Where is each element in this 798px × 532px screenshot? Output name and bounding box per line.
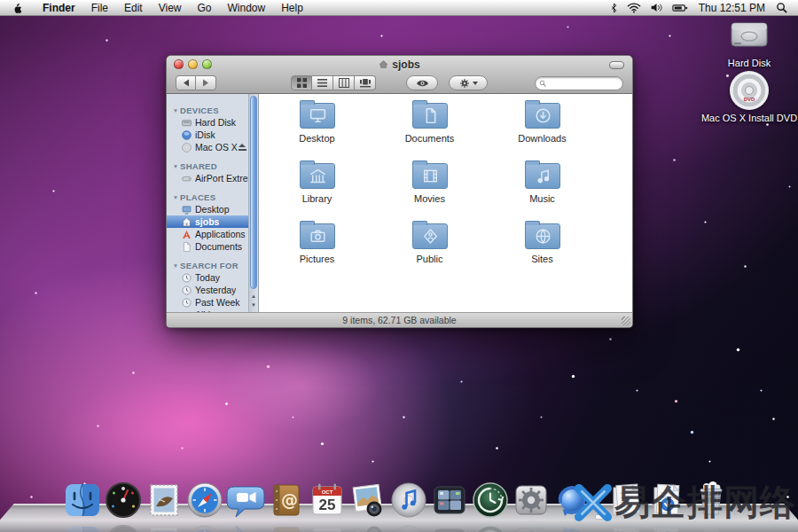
- dock-icon-trash[interactable]: [688, 480, 734, 520]
- dock-icon-dashboard[interactable]: [103, 480, 144, 520]
- svg-text:OCT: OCT: [322, 489, 333, 495]
- sidebar-row[interactable]: ▼Desktop: [167, 203, 248, 215]
- sidebar-row[interactable]: ▼Documents: [167, 240, 248, 253]
- scroll-up-icon[interactable]: ▲: [251, 292, 256, 301]
- gear-icon: [459, 78, 470, 89]
- menu-item[interactable]: Go: [190, 2, 220, 14]
- sidebar-row[interactable]: ▼Hard Disk: [167, 116, 248, 129]
- dock-icon-time-machine[interactable]: [470, 480, 511, 520]
- menu-item[interactable]: File: [83, 2, 116, 14]
- folder-item[interactable]: Library: [261, 163, 373, 223]
- forward-button[interactable]: [196, 75, 216, 90]
- dock-icon-iphoto[interactable]: [348, 480, 388, 520]
- eject-icon[interactable]: [239, 144, 246, 151]
- scrollbar-thumb[interactable]: [250, 96, 257, 289]
- dock-icon-mail[interactable]: [144, 480, 184, 520]
- folder-label: Desktop: [299, 133, 334, 144]
- sidebar-row[interactable]: ▼SEARCH FOR: [167, 259, 248, 271]
- dock-icon-documents-stack[interactable]: [606, 480, 647, 520]
- hard-disk-icon: [728, 20, 771, 51]
- sidebar-row[interactable]: ▼Mac OS X I...: [167, 141, 248, 153]
- folder-item[interactable]: Documents: [373, 103, 486, 163]
- resize-grip[interactable]: [622, 317, 630, 325]
- desktop-icon: [307, 106, 329, 125]
- disclosure-triangle-icon[interactable]: ▼: [171, 262, 180, 269]
- pictures-icon: [307, 227, 329, 246]
- window-chrome[interactable]: sjobs: [167, 56, 632, 94]
- dock-icon-system-preferences[interactable]: [511, 480, 552, 520]
- sidebar-row[interactable]: ▼PLACES: [167, 191, 248, 203]
- disclosure-triangle-icon[interactable]: ▼: [171, 163, 180, 169]
- quick-look-button[interactable]: [406, 75, 438, 90]
- menu-item[interactable]: Window: [220, 2, 274, 14]
- folder-item[interactable]: Sites: [486, 223, 598, 284]
- view-mode-buttons: [291, 75, 376, 90]
- menu-clock[interactable]: Thu 12:51 PM: [697, 2, 767, 14]
- volume-icon[interactable]: [650, 2, 663, 13]
- dock-icon-safari[interactable]: [184, 480, 225, 520]
- icon-view-button[interactable]: [291, 75, 312, 90]
- sidebar-row[interactable]: ▼AirPort Extreme: [167, 172, 248, 184]
- title-bar[interactable]: sjobs: [167, 56, 632, 73]
- scroll-down-icon[interactable]: ▼: [251, 301, 256, 309]
- dock-icon-downloads-stack[interactable]: [647, 480, 688, 520]
- dock-icon-ichat[interactable]: [225, 480, 266, 520]
- window-controls: [174, 59, 216, 69]
- home-icon: [181, 216, 192, 228]
- sidebar-row[interactable]: ▼SHARED: [167, 160, 248, 172]
- sidebar-row[interactable]: ▼Yesterday: [167, 284, 248, 296]
- folder-item[interactable]: Music: [486, 163, 598, 223]
- apple-menu-icon[interactable]: [11, 2, 22, 14]
- minimize-button[interactable]: [188, 59, 198, 69]
- menu-item[interactable]: Help: [273, 2, 311, 14]
- wifi-icon[interactable]: [627, 2, 641, 13]
- disclosure-triangle-icon[interactable]: ▼: [171, 194, 180, 200]
- dock-icon-itunes[interactable]: [388, 480, 429, 520]
- folder-item[interactable]: Movies: [373, 163, 486, 223]
- music-icon: [532, 167, 554, 185]
- list-view-button[interactable]: [312, 75, 333, 90]
- desktop-icon-hard-disk[interactable]: Hard Disk: [705, 20, 794, 68]
- dock-icon-ical[interactable]: OCT25: [307, 480, 348, 520]
- sidebar-scrollbar[interactable]: ▲▼: [248, 94, 258, 312]
- battery-icon[interactable]: [672, 4, 688, 12]
- folder-label: Downloads: [518, 133, 566, 144]
- spotlight-icon[interactable]: [776, 2, 787, 13]
- desktop-icon-install-dvd[interactable]: DVD Mac OS X Install DVD: [687, 71, 798, 123]
- menu-item[interactable]: Finder: [35, 2, 83, 14]
- column-view-button[interactable]: [333, 75, 355, 90]
- zoom-button[interactable]: [202, 59, 212, 69]
- dock-icon-finder[interactable]: [62, 480, 103, 520]
- folder-item[interactable]: Downloads: [486, 103, 598, 163]
- search-input[interactable]: [549, 78, 611, 88]
- dock-icon-address-book[interactable]: @: [266, 480, 307, 520]
- action-menu-button[interactable]: [449, 75, 488, 90]
- folder-item[interactable]: Pictures: [261, 223, 373, 284]
- toolbar: [167, 73, 632, 93]
- sidebar-row[interactable]: ▼DEVICES: [167, 104, 248, 116]
- nebula-glow: [222, 337, 381, 434]
- sidebar-row[interactable]: ▼sjobs: [167, 215, 248, 228]
- search-field[interactable]: [535, 76, 623, 90]
- clock-icon: [181, 285, 192, 296]
- menu-item[interactable]: Edit: [116, 2, 151, 14]
- dock-icon-software-update[interactable]: [552, 480, 592, 520]
- disclosure-triangle-icon[interactable]: ▼: [171, 107, 180, 113]
- close-button[interactable]: [174, 59, 184, 69]
- sidebar-row[interactable]: ▼iDisk: [167, 129, 248, 141]
- folder-item[interactable]: Desktop: [261, 103, 373, 163]
- menu-item[interactable]: View: [151, 2, 190, 14]
- library-icon: [307, 167, 329, 185]
- folder-item[interactable]: Public: [373, 223, 486, 284]
- bluetooth-icon[interactable]: [610, 2, 618, 14]
- toolbar-toggle-button[interactable]: [609, 61, 624, 69]
- folder-grid: DesktopDocumentsDownloadsLibraryMoviesMu…: [259, 94, 632, 312]
- coverflow-view-button[interactable]: [355, 75, 376, 90]
- sidebar-row[interactable]: ▼Past Week: [167, 296, 248, 309]
- dock-icon-spaces[interactable]: [429, 480, 470, 520]
- back-button[interactable]: [176, 75, 196, 90]
- scrollbar-arrows[interactable]: ▲▼: [249, 291, 258, 310]
- sidebar-row[interactable]: ▼Today: [167, 271, 248, 284]
- folder-icon: [412, 103, 448, 129]
- sidebar-row[interactable]: ▼Applications: [167, 228, 248, 240]
